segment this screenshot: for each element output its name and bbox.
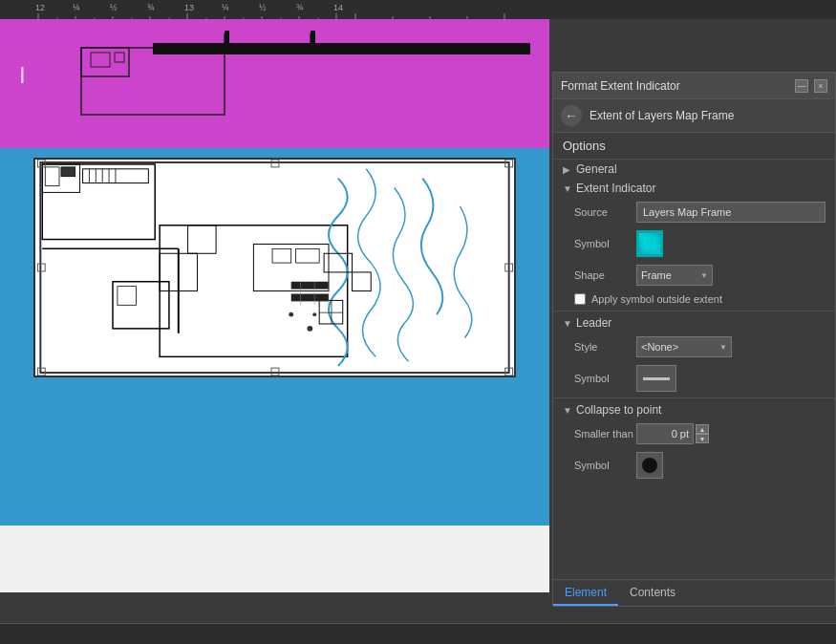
smaller-than-control: 0 pt ▲ ▼ xyxy=(636,423,825,444)
style-dropdown-arrow: ▼ xyxy=(719,343,727,352)
circle-symbol-box[interactable] xyxy=(636,452,663,479)
source-control: Layers Map Frame xyxy=(636,202,825,223)
svg-point-73 xyxy=(289,312,293,317)
svg-rect-64 xyxy=(291,294,329,302)
extent-indicator-content: Source Layers Map Frame Symbol Shape xyxy=(553,198,835,309)
svg-text:½: ½ xyxy=(110,3,118,12)
apply-label: Apply symbol outside extent xyxy=(591,293,722,305)
svg-text:13: 13 xyxy=(184,3,194,12)
svg-text:½: ½ xyxy=(259,3,267,12)
source-display[interactable]: Layers Map Frame xyxy=(636,202,825,223)
purple-strip xyxy=(0,19,549,148)
symbol-box[interactable] xyxy=(636,230,663,257)
svg-rect-0 xyxy=(0,0,836,19)
svg-text:¼: ¼ xyxy=(73,3,80,12)
shape-value: Frame xyxy=(641,269,672,281)
back-button[interactable]: ← xyxy=(561,105,582,126)
symbol-label: Symbol xyxy=(574,238,636,249)
divider-1 xyxy=(553,311,835,311)
leader-label: Leader xyxy=(576,316,611,330)
panel-title: Format Extent Indicator xyxy=(561,79,680,93)
extent-indicator-section-row[interactable]: ▼ Extent Indicator xyxy=(553,179,835,198)
extent-indicator-label: Extent Indicator xyxy=(576,182,655,195)
collapse-arrow: ▼ xyxy=(563,405,572,416)
collapse-content: Smaller than 0 pt ▲ ▼ Symbol xyxy=(553,419,835,483)
format-panel: Format Extent Indicator — × ← Extent of … xyxy=(552,72,836,607)
collapse-symbol-label: Symbol xyxy=(574,460,636,471)
svg-rect-35 xyxy=(115,53,124,62)
spinner-buttons: ▲ ▼ xyxy=(696,424,709,443)
svg-text:¼: ¼ xyxy=(222,3,229,12)
panel-footer: Element Contents xyxy=(553,579,835,606)
collapse-symbol-control xyxy=(636,452,825,479)
svg-point-74 xyxy=(312,312,316,316)
spinner-up[interactable]: ▲ xyxy=(696,424,709,434)
purple-map-svg xyxy=(5,29,549,143)
shape-control: Frame ▼ xyxy=(636,265,825,286)
divider-2 xyxy=(553,397,835,398)
svg-rect-45 xyxy=(61,167,75,177)
contents-tab[interactable]: Contents xyxy=(618,580,687,606)
text-cursor: I xyxy=(19,62,26,89)
collapse-label: Collapse to point xyxy=(576,403,661,417)
leader-symbol-box[interactable] xyxy=(636,365,676,392)
leader-symbol-control xyxy=(636,365,825,392)
svg-rect-34 xyxy=(91,53,110,67)
options-label: Options xyxy=(553,133,835,160)
dash-line xyxy=(643,377,670,380)
apply-checkbox[interactable] xyxy=(574,293,586,305)
leader-content: Style <None> ▼ Symbol xyxy=(553,333,835,396)
svg-point-72 xyxy=(307,326,312,332)
general-label: General xyxy=(576,162,617,176)
panel-body: Options ▶ General ▼ Extent Indicator Sou… xyxy=(553,133,835,579)
svg-rect-41 xyxy=(37,160,511,376)
shape-row: Shape Frame ▼ xyxy=(553,261,835,290)
map-frame-svg xyxy=(35,160,514,376)
taskbar xyxy=(0,623,836,644)
smaller-than-label: Smaller than xyxy=(574,428,636,440)
svg-rect-63 xyxy=(291,282,329,290)
apply-checkbox-row: Apply symbol outside extent xyxy=(553,290,835,309)
svg-text:14: 14 xyxy=(333,3,343,12)
smaller-than-row: Smaller than 0 pt ▲ ▼ xyxy=(553,419,835,448)
svg-rect-36 xyxy=(153,43,530,54)
shape-dropdown[interactable]: Frame ▼ xyxy=(636,265,713,286)
general-section-row[interactable]: ▶ General xyxy=(553,160,835,179)
shape-label: Shape xyxy=(574,269,636,281)
leader-arrow: ▼ xyxy=(563,318,572,329)
white-strip xyxy=(0,526,549,592)
general-arrow: ▶ xyxy=(563,164,572,175)
collapse-section-row[interactable]: ▼ Collapse to point xyxy=(553,400,835,419)
svg-text:¾: ¾ xyxy=(147,3,155,12)
element-tab[interactable]: Element xyxy=(553,580,618,606)
leader-style-control: <None> ▼ xyxy=(636,336,825,357)
close-button[interactable]: × xyxy=(814,79,827,93)
shape-dropdown-arrow: ▼ xyxy=(700,271,708,280)
symbol-control xyxy=(636,230,825,257)
ruler-svg: 12 ¼ ½ ¾ 13 ¼ ½ ¾ 14 xyxy=(0,0,836,19)
smaller-than-input[interactable]: 0 pt xyxy=(636,423,694,444)
svg-rect-32 xyxy=(81,48,225,115)
style-value: <None> xyxy=(641,341,678,353)
leader-style-row: Style <None> ▼ xyxy=(553,333,835,361)
svg-text:¾: ¾ xyxy=(296,3,304,12)
spinner-down[interactable]: ▼ xyxy=(696,434,709,443)
smaller-than-value: 0 pt xyxy=(672,428,689,440)
leader-section-row[interactable]: ▼ Leader xyxy=(553,313,835,333)
panel-header: ← Extent of Layers Map Frame xyxy=(553,99,835,133)
svg-text:12: 12 xyxy=(35,3,45,12)
canvas-area: I xyxy=(0,19,549,592)
style-dropdown[interactable]: <None> ▼ xyxy=(636,336,732,357)
panel-header-title: Extent of Layers Map Frame xyxy=(589,109,734,122)
svg-rect-40 xyxy=(311,31,315,45)
ruler: 12 ¼ ½ ¾ 13 ¼ ½ ¾ 14 xyxy=(0,0,836,19)
panel-titlebar: Format Extent Indicator — × xyxy=(553,73,835,99)
titlebar-controls: — × xyxy=(795,79,827,93)
collapse-symbol-row: Symbol xyxy=(553,448,835,483)
minimize-button[interactable]: — xyxy=(795,79,808,93)
svg-rect-39 xyxy=(225,31,229,45)
black-circle xyxy=(642,458,657,473)
symbol-row: Symbol xyxy=(553,226,835,261)
leader-style-label: Style xyxy=(574,341,636,353)
leader-symbol-row: Symbol xyxy=(553,361,835,396)
